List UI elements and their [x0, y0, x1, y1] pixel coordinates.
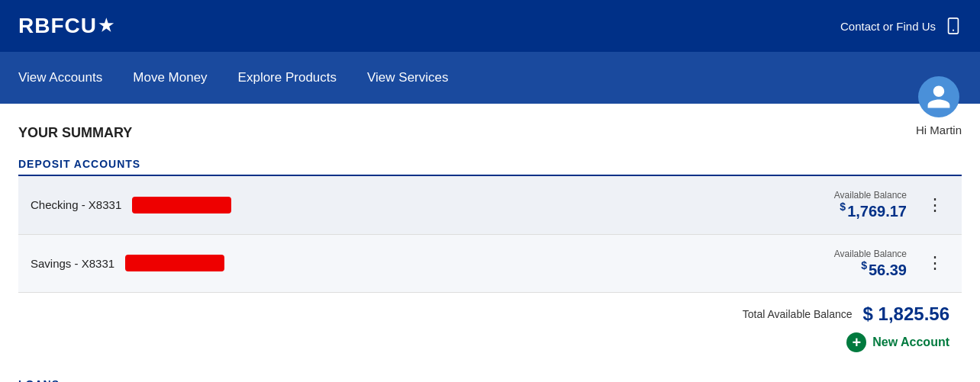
savings-balance: $56.39 — [834, 259, 907, 279]
checking-dollar: $ — [840, 201, 846, 213]
savings-avail-label: Available Balance — [834, 249, 907, 259]
total-balance-row: Total Available Balance $ 1,825.56 — [18, 293, 962, 329]
savings-account-right: Available Balance $56.39 ⋮ — [834, 249, 949, 279]
savings-account-row[interactable]: Savings - X8331 Available Balance $56.39… — [18, 235, 962, 294]
phone-icon — [945, 18, 962, 34]
total-dollar: $ — [863, 303, 873, 324]
contact-label: Contact or Find Us — [840, 20, 936, 33]
checking-avail-label: Available Balance — [834, 190, 907, 201]
savings-redacted — [125, 255, 224, 271]
checking-redacted — [132, 197, 231, 213]
nav-view-services[interactable]: View Services — [367, 64, 448, 91]
logo-star-icon: ★ — [98, 16, 114, 36]
deposit-accounts-section: DEPOSIT ACCOUNTS Checking - X8331 Availa… — [18, 158, 962, 364]
checking-account-row[interactable]: Checking - X8331 Available Balance $1,76… — [18, 176, 962, 235]
plus-icon: + — [846, 332, 866, 352]
savings-dollar: $ — [861, 259, 867, 271]
total-balance-label: Total Available Balance — [743, 308, 853, 320]
nav-bar: View Accounts Move Money Explore Product… — [0, 52, 980, 104]
main-content: YOUR SUMMARY DEPOSIT ACCOUNTS Checking -… — [0, 104, 980, 382]
svg-rect-0 — [949, 18, 959, 34]
checking-account-name: Checking - X8331 — [31, 198, 121, 211]
checking-account-right: Available Balance $1,769.17 ⋮ — [834, 190, 949, 220]
savings-balance-area: Available Balance $56.39 — [834, 249, 907, 279]
savings-account-name: Savings - X8331 — [31, 257, 114, 270]
new-account-label: New Account — [872, 335, 949, 349]
contact-find-us[interactable]: Contact or Find Us — [840, 18, 962, 34]
new-account-row: + New Account — [18, 329, 962, 364]
deposit-accounts-title: DEPOSIT ACCOUNTS — [18, 158, 962, 176]
checking-account-left: Checking - X8331 — [31, 197, 231, 213]
logo-text: RBFCU — [18, 14, 97, 38]
top-bar: RBFCU ★ Contact or Find Us — [0, 0, 980, 52]
checking-balance-area: Available Balance $1,769.17 — [834, 190, 907, 220]
new-account-button[interactable]: + New Account — [846, 332, 949, 352]
savings-account-left: Savings - X8331 — [31, 255, 224, 271]
checking-more-menu[interactable]: ⋮ — [920, 194, 949, 217]
loans-section-title: LOANS — [18, 378, 962, 382]
nav-explore-products[interactable]: Explore Products — [238, 64, 337, 91]
total-balance-amount: $ 1,825.56 — [863, 303, 949, 325]
checking-balance: $1,769.17 — [834, 201, 907, 220]
nav-view-accounts[interactable]: View Accounts — [18, 64, 102, 91]
summary-title: YOUR SUMMARY — [18, 125, 962, 141]
savings-more-menu[interactable]: ⋮ — [920, 252, 949, 274]
nav-move-money[interactable]: Move Money — [133, 64, 207, 91]
logo: RBFCU ★ — [18, 14, 114, 38]
